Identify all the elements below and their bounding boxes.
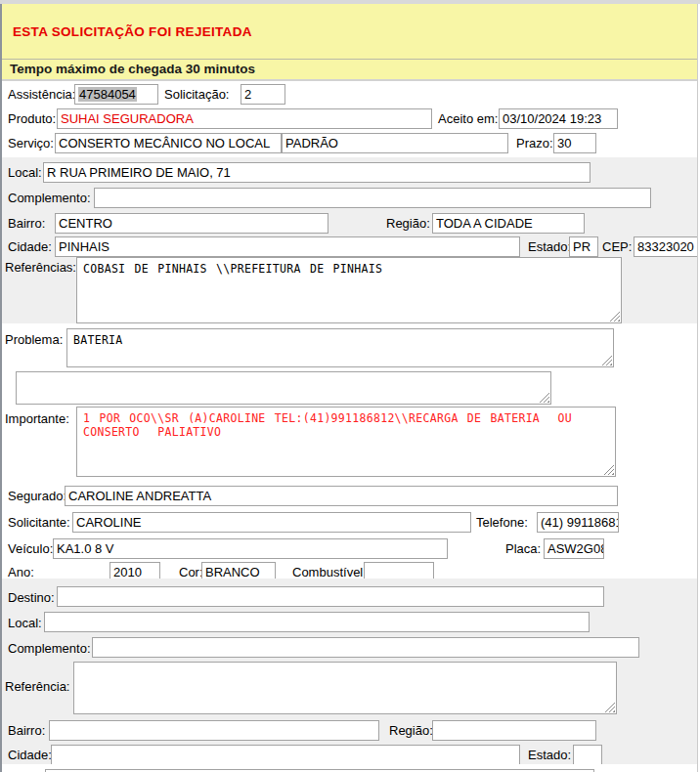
importante-text: 1 POR OCO\\SR (A)CAROLINE TEL:(41)991186… (83, 411, 601, 439)
destino-local-input[interactable] (44, 612, 590, 632)
local-label: Local: (8, 165, 42, 180)
destino-cidade-label: Cidade: (8, 748, 52, 762)
estado-label: Estado: (528, 239, 571, 254)
produto-label: Produto: (8, 111, 56, 126)
resize-handle-icon[interactable] (601, 355, 612, 365)
extra-notes-textarea[interactable] (16, 371, 551, 405)
placa-input[interactable]: ASW2G08 (544, 538, 604, 559)
veiculo-label: Veículo: (8, 541, 53, 556)
importante-textarea[interactable]: 1 POR OCO\\SR (A)CAROLINE TEL:(41)991186… (76, 407, 616, 477)
bairro-input[interactable]: CENTRO (55, 213, 328, 234)
assistencia-input[interactable]: 47584054 (74, 84, 158, 105)
destino-local-label: Local: (8, 616, 42, 630)
cep-label: CEP: (602, 239, 632, 254)
complemento-label: Complemento: (8, 191, 91, 205)
assistencia-label: Assistência: (8, 87, 75, 102)
destino-bairro-input[interactable] (49, 720, 379, 741)
segurado-input[interactable]: CAROLINE ANDREATTA (65, 486, 618, 506)
arrival-time-text: Tempo máximo de chegada 30 minutos (10, 62, 255, 76)
importante-label: Importante: (5, 411, 69, 426)
destino-regiao-label: Região: (389, 723, 433, 738)
resize-handle-icon[interactable] (603, 464, 614, 475)
servico-label: Serviço: (8, 136, 54, 150)
combustivel-label: Combustível: (292, 565, 367, 579)
solicitante-label: Solicitante: (8, 515, 70, 530)
telefone-label: Telefone: (476, 515, 528, 530)
produto-input[interactable]: SUHAI SEGURADORA (57, 108, 432, 129)
placa-label: Placa: (505, 541, 541, 556)
problema-text: BATERIA (73, 333, 599, 347)
destino-complemento-input[interactable] (92, 637, 639, 658)
problema-textarea[interactable]: BATERIA (66, 328, 614, 367)
estado-input[interactable]: PR (569, 236, 598, 257)
complemento-input[interactable] (94, 188, 651, 208)
destino-regiao-input[interactable] (432, 720, 596, 741)
cidade-input[interactable]: PINHAIS (55, 236, 520, 257)
telefone-input[interactable]: (41) 991186812 (537, 512, 619, 533)
regiao-label: Região: (386, 216, 430, 231)
servico-tipo-input[interactable]: PADRÃO (282, 133, 508, 153)
destino-bairro-label: Bairro: (8, 723, 45, 738)
page-left-border (0, 4, 2, 772)
referencias-text: COBASI DE PINHAIS \\PREFEITURA DE PINHAI… (83, 262, 607, 276)
referencias-label: Referências: (5, 260, 76, 275)
solicitante-input[interactable]: CAROLINE (72, 512, 471, 533)
destino-referencia-textarea[interactable] (73, 662, 617, 714)
destino-complemento-label: Complemento: (8, 641, 91, 656)
segurado-label: Segurado: (8, 489, 66, 503)
ano-label: Ano: (8, 565, 34, 579)
cor-label: Cor: (179, 565, 203, 579)
arrival-time-banner: Tempo máximo de chegada 30 minutos (2, 60, 697, 81)
local-input[interactable]: R RUA PRIMEIRO DE MAIO, 71 (43, 162, 591, 183)
referencias-textarea[interactable]: COBASI DE PINHAIS \\PREFEITURA DE PINHAI… (76, 257, 622, 323)
aceito-em-label: Aceito em: (438, 111, 498, 126)
destino-estado-input[interactable] (573, 745, 602, 765)
destino-referencia-label: Referência: (5, 679, 69, 694)
destino-estado-label: Estado: (528, 748, 571, 762)
destino-label: Destino: (8, 590, 55, 605)
aceito-em-input[interactable]: 03/10/2024 19:23 (499, 108, 618, 129)
regiao-input[interactable]: TODA A CIDADE (432, 213, 585, 234)
solicitacao-label: Solicitação: (164, 87, 229, 102)
prazo-input[interactable]: 30 (553, 133, 596, 153)
assistencia-selected-value: 47584054 (78, 87, 137, 102)
rejected-banner-text: ESTA SOLICITAÇÃO FOI REJEITADA (13, 24, 252, 39)
cep-input[interactable]: 83323020 (634, 236, 698, 257)
prazo-label: Prazo: (516, 136, 553, 150)
page-right-border (697, 4, 698, 772)
resize-handle-icon[interactable] (609, 311, 620, 322)
servico-input[interactable]: CONSERTO MECÂNICO NO LOCAL (55, 133, 282, 153)
veiculo-input[interactable]: KA1.0 8 V (53, 538, 448, 559)
bairro-label: Bairro: (8, 216, 45, 231)
destino-input[interactable] (57, 586, 604, 607)
solicitacao-input[interactable]: 2 (241, 84, 285, 105)
rejected-banner: ESTA SOLICITAÇÃO FOI REJEITADA (2, 4, 697, 60)
cidade-label: Cidade: (8, 239, 52, 254)
resize-handle-icon[interactable] (539, 392, 549, 403)
resize-handle-icon[interactable] (604, 702, 615, 712)
solicitation-form-page: ESTA SOLICITAÇÃO FOI REJEITADA Tempo máx… (0, 0, 700, 772)
problema-label: Problema: (5, 332, 63, 347)
destino-cidade-input[interactable] (51, 745, 520, 765)
